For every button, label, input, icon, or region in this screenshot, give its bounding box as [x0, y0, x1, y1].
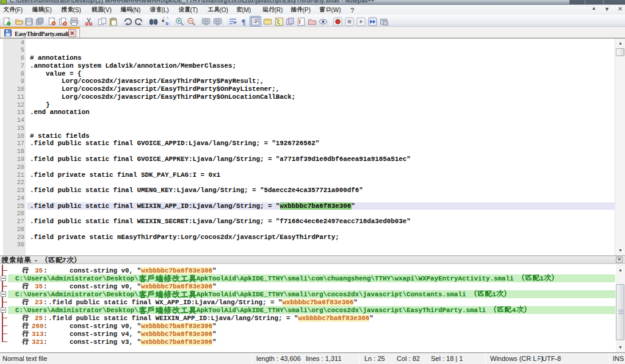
svg-text:¶: ¶	[242, 18, 246, 26]
svg-text:b: b	[166, 21, 169, 26]
